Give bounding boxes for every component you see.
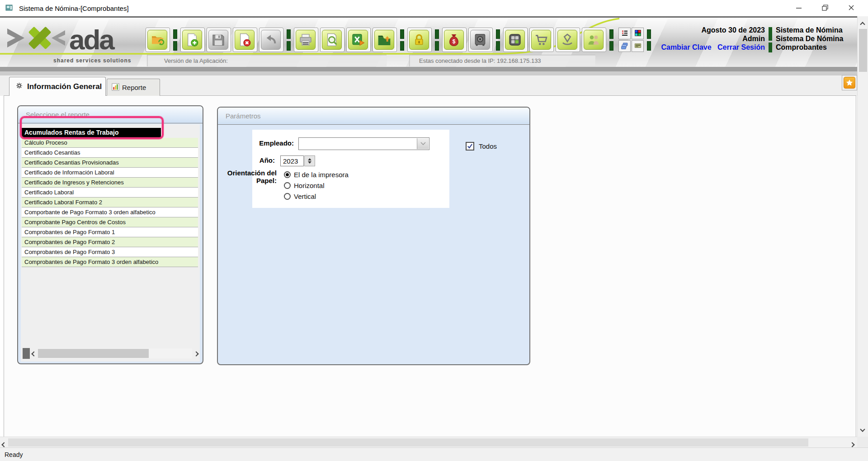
todos-checkbox[interactable] [466, 142, 474, 151]
tab-reporte[interactable]: Reporte [107, 79, 160, 96]
combo-dropdown-button[interactable] [417, 138, 429, 149]
lock-button[interactable] [407, 28, 432, 52]
scroll-right-button[interactable] [194, 349, 198, 358]
report-list-item[interactable]: Certificado de Información Laboral [22, 168, 198, 178]
orientation-radio-option[interactable]: Horizontal [284, 180, 420, 191]
delete-document-button[interactable] [233, 28, 257, 52]
report-list-item[interactable]: Certificado Cesantias [22, 148, 198, 158]
new-document-button[interactable] [180, 28, 205, 52]
cart-button[interactable] [529, 28, 554, 52]
toolbar-small-group [618, 28, 644, 52]
current-user: Admin [654, 34, 765, 43]
report-list-item[interactable]: Comprobantes de Pago Formato 2 [22, 237, 198, 247]
session-info: Agosto 30 de 2023 Admin Cambiar Clave Ce… [654, 26, 765, 52]
print-preview-button[interactable] [320, 28, 344, 52]
report-list-body: Acumulados Rentas de TrabajoCálculo Proc… [21, 124, 200, 362]
window-hscrollbar[interactable] [0, 437, 857, 447]
modules-button[interactable] [503, 28, 528, 52]
params-panel-title: Parámetros [226, 112, 261, 120]
toolbar: ada shared services solutions $ Versión … [0, 16, 868, 67]
report-list-item[interactable]: Comprobantes de Pago Formato 1 [22, 227, 198, 237]
toolbar-separator [496, 28, 500, 52]
scroll-up-button[interactable] [861, 20, 864, 28]
tab-informacion-general[interactable]: Información General [9, 77, 106, 96]
open-folder-button[interactable] [146, 28, 170, 52]
close-button[interactable] [838, 0, 864, 16]
current-date: Agosto 30 de 2023 [654, 26, 765, 34]
maximize-button[interactable] [812, 0, 838, 16]
window-title: Sistema de Nómina-[Comprobantes] [19, 5, 129, 12]
report-list-item[interactable]: Comprobantes de Pago Formato 3 [22, 247, 198, 257]
toolbar-separator [647, 28, 651, 52]
favorite-button[interactable] [842, 75, 857, 90]
employees-button[interactable] [582, 28, 606, 52]
orientation-radio-option[interactable]: El de la impresora [284, 169, 420, 180]
save-button[interactable] [207, 28, 231, 52]
scrollbar-thumb[interactable] [8, 438, 808, 447]
report-list-item[interactable]: Certificado de Ingresos y Retenciones [22, 178, 198, 188]
change-password-link[interactable]: Cambiar Clave [661, 43, 711, 51]
status-text: Ready [5, 451, 23, 458]
report-list-item[interactable]: Certificado Laboral [22, 188, 198, 198]
ano-input[interactable]: 2023 [280, 155, 304, 166]
radio-icon [284, 171, 291, 178]
ip-strip: Estas conectado desde la IP: 192.168.175… [409, 55, 595, 66]
ano-spinner[interactable] [304, 155, 315, 166]
money-icon: $ [444, 30, 464, 50]
header-divider-bars [769, 27, 772, 52]
title-bar[interactable]: Sistema de Nómina-[Comprobantes] [0, 0, 868, 16]
report-list-item[interactable]: Comprobante Pago Centros de Costos [22, 217, 198, 227]
report-list-item[interactable]: Acumulados Rentas de Trabajo [22, 128, 161, 138]
todos-label: Todos [479, 142, 497, 150]
spinner-up-icon[interactable] [308, 156, 311, 160]
modules-icon [505, 30, 525, 50]
logout-link[interactable]: Cerrar Sesión [717, 43, 765, 51]
spinner-down-icon[interactable] [308, 161, 311, 165]
minimize-button[interactable] [786, 0, 812, 16]
gear-icon [15, 81, 24, 92]
logo-tagline: shared services solutions [53, 57, 139, 64]
toolbar-separator [400, 28, 404, 52]
orientation-radio-option[interactable]: Vertical [284, 191, 420, 202]
system-name: Sistema de Nómina [776, 26, 857, 34]
vault-button[interactable] [468, 28, 493, 52]
card-small-button[interactable] [632, 40, 644, 52]
scrollbar-track[interactable] [38, 348, 192, 358]
print-button[interactable] [294, 28, 318, 52]
upload-folder-button[interactable] [373, 28, 397, 52]
report-list-item[interactable]: Comprobantes de Pago Formato 3 orden alf… [22, 257, 198, 267]
scrollbar-thumb[interactable] [38, 349, 149, 358]
export-excel-button[interactable] [346, 28, 371, 52]
scroll-down-button[interactable] [861, 425, 864, 433]
report-list-item[interactable]: Cálculo Proceso [22, 138, 198, 148]
list-small-button[interactable] [618, 28, 631, 39]
module-name: Comprobantes [776, 43, 857, 52]
windows-small-button[interactable] [618, 40, 631, 52]
toolbar-separator [435, 28, 439, 52]
new-document-icon [182, 30, 202, 50]
toolbar-separator [287, 28, 291, 52]
scrollbar-corner [857, 437, 868, 447]
ip-text: Estas conectado desde la IP: 192.168.175… [419, 57, 541, 64]
chevron-up-icon [860, 22, 865, 27]
report-list-item[interactable]: Comporbante de Pago Formato 3 orden alfa… [22, 207, 198, 217]
empleado-combobox[interactable] [298, 137, 429, 150]
undo-button[interactable] [259, 28, 283, 52]
toolbar-buttons: $ [146, 28, 654, 52]
chart-icon [112, 83, 119, 92]
report-hscrollbar[interactable] [23, 348, 198, 359]
pixels-small-button[interactable] [632, 28, 644, 39]
scrollbar-thumb[interactable] [859, 29, 867, 72]
scroll-left-button[interactable] [32, 349, 36, 358]
ano-value: 2023 [283, 157, 298, 165]
print-preview-icon [322, 30, 342, 50]
params-panel-header: Parámetros [218, 108, 529, 125]
money-button[interactable]: $ [442, 28, 467, 52]
report-list-item[interactable]: Certificado Laboral Formato 2 [22, 198, 198, 207]
benefits-button[interactable] [556, 28, 580, 52]
card-small-icon [634, 42, 642, 51]
window-vscrollbar[interactable] [857, 16, 868, 437]
report-list-item[interactable]: Certificado Cesantias Provisionadas [22, 158, 198, 168]
report-list: Acumulados Rentas de TrabajoCálculo Proc… [22, 128, 199, 267]
version-label: Versión de la Aplicación: [164, 57, 228, 64]
